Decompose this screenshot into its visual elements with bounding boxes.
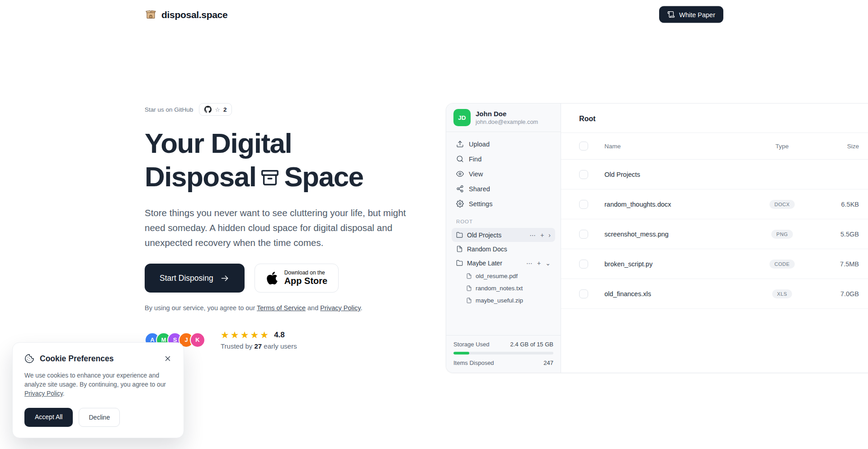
accept-all-button[interactable]: Accept All bbox=[24, 408, 73, 427]
tree-item-controls: ⋯ + › bbox=[529, 232, 551, 239]
gear-icon bbox=[456, 200, 464, 208]
file-type-badge: DOCX bbox=[769, 200, 795, 209]
table-row[interactable]: broken_script.py CODE 7.5MB bbox=[561, 249, 868, 279]
chevron-down-icon[interactable]: ⌄ bbox=[545, 260, 551, 267]
user-card[interactable]: JD John Doe john.doe@example.com bbox=[446, 104, 561, 132]
close-icon[interactable] bbox=[164, 354, 172, 363]
more-icon[interactable]: ⋯ bbox=[529, 232, 536, 239]
file-size: 6.5KB bbox=[841, 201, 859, 208]
cookie-header: Cookie Preferences bbox=[24, 354, 172, 364]
tree-item-label: Maybe Later bbox=[467, 260, 502, 267]
file-size: 7.5MB bbox=[840, 260, 859, 268]
file-size: 7.0GB bbox=[840, 290, 859, 298]
sidebar-item-label: Shared bbox=[469, 185, 490, 193]
sidebar-item-label: Find bbox=[469, 156, 481, 163]
tree-child-label: maybe_useful.zip bbox=[476, 297, 523, 304]
row-checkbox[interactable] bbox=[579, 289, 588, 298]
brand: disposal.space bbox=[145, 9, 227, 21]
decline-button[interactable]: Decline bbox=[79, 408, 120, 427]
cookie-body: We use cookies to enhance your experienc… bbox=[24, 371, 172, 398]
file-name: screenshot_mess.png bbox=[604, 231, 750, 238]
tree-child-label: old_resume.pdf bbox=[476, 273, 518, 279]
add-icon[interactable]: + bbox=[537, 260, 541, 267]
table-row[interactable]: old_finances.xls XLS 7.0GB bbox=[561, 279, 868, 309]
sidebar-item-settings[interactable]: Settings bbox=[453, 196, 554, 211]
items-disposed-row: Items Disposed 247 bbox=[453, 359, 553, 366]
tree-item-old-projects[interactable]: Old Projects ⋯ + › bbox=[452, 228, 555, 242]
row-checkbox[interactable] bbox=[579, 260, 588, 269]
sidebar-item-label: Upload bbox=[469, 141, 490, 148]
add-icon[interactable]: + bbox=[540, 232, 544, 239]
tree-item-maybe-later[interactable]: Maybe Later ⋯ + ⌄ bbox=[452, 256, 555, 270]
file-name: old_finances.xls bbox=[604, 290, 750, 298]
terms-line: By using our service, you agree to our T… bbox=[145, 304, 443, 312]
chevron-right-icon[interactable]: › bbox=[548, 232, 551, 239]
row-checkbox[interactable] bbox=[579, 200, 588, 209]
app-store-button[interactable]: Download on the App Store bbox=[255, 264, 339, 293]
file-icon bbox=[456, 246, 463, 252]
sidebar-item-label: View bbox=[469, 170, 483, 178]
tree-item-label: Old Projects bbox=[467, 232, 501, 239]
github-star-badge[interactable]: ☆ 2 bbox=[199, 103, 232, 116]
disposal-box-icon bbox=[259, 167, 280, 188]
github-row: Star us on GitHub ☆ 2 bbox=[145, 103, 443, 116]
sidebar-item-upload[interactable]: Upload bbox=[453, 137, 554, 151]
app-store-small-label: Download on the bbox=[284, 270, 328, 276]
tree-item-random-docs[interactable]: Random Docs bbox=[452, 242, 555, 256]
current-folder-title: Root bbox=[561, 104, 868, 132]
terms-prefix: By using our service, you agree to our bbox=[145, 304, 257, 312]
tree-item-controls: ⋯ + ⌄ bbox=[526, 260, 551, 267]
cardboard-box-logo-icon bbox=[145, 9, 157, 21]
github-star-count: 2 bbox=[223, 106, 227, 113]
row-checkbox[interactable] bbox=[579, 170, 588, 179]
table-row[interactable]: random_thoughts.docx DOCX 6.5KB bbox=[561, 189, 868, 219]
start-disposing-button[interactable]: Start Disposing bbox=[145, 264, 245, 293]
file-icon bbox=[466, 298, 472, 303]
tree-child-label: random_notes.txt bbox=[476, 285, 523, 292]
cookie-body-text: We use cookies to enhance your experienc… bbox=[24, 372, 166, 388]
sidebar-item-find[interactable]: Find bbox=[453, 151, 554, 166]
trusted-count: 27 bbox=[254, 342, 262, 350]
heading-line2-before: Disposal bbox=[145, 161, 256, 192]
user-email: john.doe@example.com bbox=[476, 118, 538, 125]
file-table-header: Name Type Size bbox=[561, 132, 868, 160]
row-checkbox[interactable] bbox=[579, 230, 588, 239]
tree-child-random-notes[interactable]: random_notes.txt bbox=[452, 282, 555, 294]
upload-icon bbox=[456, 140, 464, 148]
sidebar-nav: Upload Find View Shared bbox=[446, 132, 561, 211]
heading-line2-after: Space bbox=[284, 161, 363, 192]
table-row[interactable]: screenshot_mess.png PNG 5.5GB bbox=[561, 219, 868, 249]
more-icon[interactable]: ⋯ bbox=[526, 260, 533, 267]
column-type: Type bbox=[775, 143, 788, 150]
cta-row: Start Disposing Download on the App Stor… bbox=[145, 264, 443, 293]
file-name: broken_script.py bbox=[604, 260, 750, 268]
table-row[interactable]: Old Projects bbox=[561, 160, 868, 189]
tree-child-old-resume[interactable]: old_resume.pdf bbox=[452, 270, 555, 282]
sidebar-item-shared[interactable]: Shared bbox=[453, 181, 554, 196]
file-manager-sidebar: JD John Doe john.doe@example.com Upload … bbox=[446, 104, 561, 373]
terms-and: and bbox=[306, 304, 320, 312]
file-type-badge: CODE bbox=[769, 260, 795, 269]
cookie-body-suffix: . bbox=[63, 390, 65, 397]
storage-used-value: 2.4 GB of 15 GB bbox=[510, 341, 553, 348]
rating-block: ★★★★★ 4.8 Trusted by 27 early users bbox=[221, 330, 297, 350]
page-title: Your Digital Disposal Space bbox=[145, 127, 443, 194]
sidebar-item-label: Settings bbox=[469, 200, 492, 208]
brand-title: disposal.space bbox=[161, 9, 227, 20]
user-name: John Doe bbox=[476, 110, 538, 118]
cookie-privacy-policy-link[interactable]: Privacy Policy bbox=[24, 390, 63, 397]
github-icon bbox=[204, 106, 212, 113]
file-size: 5.5GB bbox=[840, 231, 859, 238]
privacy-policy-link[interactable]: Privacy Policy bbox=[320, 304, 360, 312]
file-icon bbox=[466, 285, 472, 291]
sidebar-item-view[interactable]: View bbox=[453, 166, 554, 181]
tree-child-maybe-useful[interactable]: maybe_useful.zip bbox=[452, 294, 555, 307]
cookie-actions: Accept All Decline bbox=[24, 408, 172, 427]
avatar: K bbox=[190, 332, 205, 348]
white-paper-button[interactable]: White Paper bbox=[659, 6, 723, 23]
tree-item-label: Random Docs bbox=[467, 246, 507, 253]
terms-of-service-link[interactable]: Terms of Service bbox=[257, 304, 306, 312]
file-type-badge: XLS bbox=[772, 289, 792, 298]
github-label: Star us on GitHub bbox=[145, 106, 193, 113]
select-all-checkbox[interactable] bbox=[579, 142, 588, 151]
